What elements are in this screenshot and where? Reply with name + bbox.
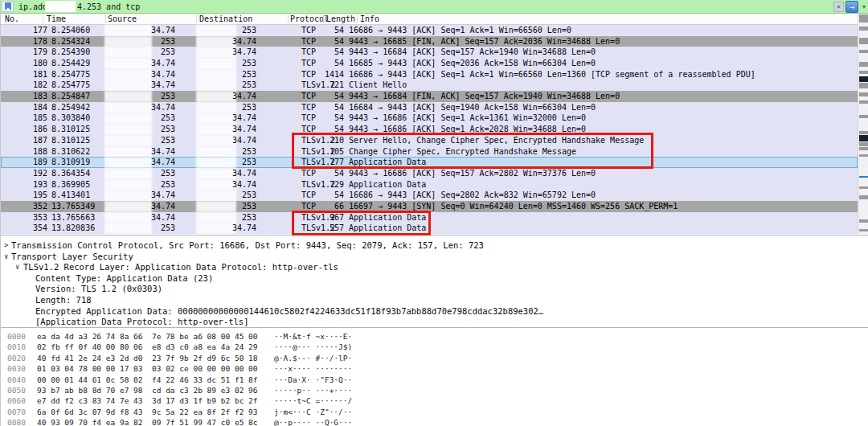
- column-separator[interactable]: [288, 14, 289, 23]
- packet-source: 34.74: [129, 146, 175, 158]
- packet-source: 253: [129, 135, 175, 146]
- column-separator[interactable]: [105, 14, 106, 23]
- packet-row-179[interactable]: 1798.25439025334.74TCP549443 → 16684 [AC…: [1, 47, 858, 58]
- packet-row-182[interactable]: 1828.25477534.74253TLSv1.2721Client Hell…: [1, 80, 858, 91]
- packet-time: 8.369905: [51, 179, 90, 190]
- hex-offset: 0020: [7, 353, 26, 363]
- packet-destination: 34.74: [211, 179, 256, 190]
- detail-line[interactable]: Length: 718: [1, 294, 868, 305]
- column-header-source[interactable]: Source: [108, 14, 137, 24]
- packet-destination: 253: [211, 157, 256, 168]
- packet-destination: 253: [211, 212, 256, 223]
- detail-line[interactable]: [Application Data Protocol: http-over-tl…: [1, 316, 868, 327]
- hex-row-0010[interactable]: 001002 fb ff 0f 40 00 80 06 e8 d3 c0 a8 …: [1, 342, 868, 352]
- annotation-box-tls-handshake: [292, 133, 653, 169]
- packet-no: 353: [15, 212, 47, 223]
- packet-row-177[interactable]: 1778.25406034.74253TCP5416686 → 9443 [AC…: [1, 25, 858, 36]
- detail-text: Transport Layer Security: [11, 251, 133, 262]
- hex-row-0060[interactable]: 0060e7 dd f2 c3 83 74 7e 43 3d 17 d3 1f …: [1, 395, 868, 406]
- packet-row-181[interactable]: 1818.25477534.74253TCP141416686 → 9443 […: [1, 69, 858, 80]
- hex-row-0080[interactable]: 008040 93 09 70 f4 ea 9a 82 09 7f 51 99 …: [1, 417, 868, 426]
- display-filter-bar[interactable]: ip.addr eq 4.253 and tcp ✕ → ▾: [1, 0, 868, 14]
- packet-destination: 34.74: [211, 223, 256, 234]
- column-separator[interactable]: [357, 14, 358, 23]
- detail-line[interactable]: Content Type: Application Data (23): [1, 272, 868, 284]
- packet-time: 8.303840: [51, 113, 90, 124]
- hex-offset: 0010: [7, 342, 26, 352]
- packet-destination: 34.74: [211, 47, 256, 58]
- packet-row-193[interactable]: 1938.36990525334.74TLSv1.2729Application…: [1, 179, 858, 190]
- hex-row-0000[interactable]: 0000ea da 4d a3 26 74 8a 66 7e 78 be a6 …: [1, 331, 868, 342]
- hex-row-0020[interactable]: 002040 fd 41 2e 24 e3 2d d0 23 7f 9b 2f …: [1, 353, 868, 363]
- collapsed-arrow-icon[interactable]: >: [4, 240, 8, 251]
- hex-offset: 0040: [7, 375, 26, 385]
- packet-row-183[interactable]: 1838.25484725334.74TCP549443 → 16684 [FI…: [1, 91, 858, 102]
- packet-no: 180: [15, 58, 47, 69]
- packet-destination: 253: [211, 201, 256, 212]
- scrollbar-mark: [859, 27, 868, 31]
- packet-row-192[interactable]: 1928.36435425334.74TCP549443 → 16686 [AC…: [1, 168, 858, 179]
- hex-row-0050[interactable]: 005093 b7 ab b8 8d 70 e7 98 cd da c3 2b …: [1, 385, 868, 395]
- packet-row-184[interactable]: 1848.25494234.74253TCP5416684 → 9443 [AC…: [1, 102, 858, 113]
- detail-line[interactable]: ∨TLSv1.2 Record Layer: Application Data …: [1, 261, 868, 272]
- hex-row-0030[interactable]: 003001 03 04 78 00 00 17 03 03 02 ce 00 …: [1, 363, 868, 374]
- packet-time: 8.310125: [51, 124, 90, 135]
- packet-info: 16686 → 9443 [ACK] Seq=2802 Ack=832 Win=…: [349, 190, 596, 201]
- filter-bookmark-button[interactable]: [2, 1, 14, 12]
- display-filter-input-suffix[interactable]: 4.253 and tcp: [77, 1, 140, 13]
- column-header-length[interactable]: Length: [326, 14, 355, 24]
- packet-row-195[interactable]: 1958.41340134.74253TCP5416686 → 9443 [AC…: [1, 190, 858, 201]
- filter-dropdown-arrow-icon[interactable]: ▾: [860, 2, 868, 11]
- packet-source: 34.74: [129, 157, 175, 168]
- scrollbar-mark: [859, 229, 868, 231]
- column-header-info[interactable]: Info: [360, 14, 379, 24]
- packet-destination: 34.74: [211, 124, 256, 135]
- hex-bytes: ea da 4d a3 26 74 8a 66 7e 78 be a6 08 0…: [37, 331, 258, 342]
- expanded-arrow-icon[interactable]: ∨: [15, 261, 19, 272]
- packet-row-185[interactable]: 1858.30384025334.74TCP549443 → 16686 [AC…: [1, 113, 858, 124]
- column-header-no[interactable]: No.: [5, 14, 19, 24]
- packet-no: 185: [15, 113, 47, 124]
- packet-info: Application Data: [349, 179, 426, 190]
- detail-line[interactable]: >Transmission Control Protocol, Src Port…: [1, 240, 868, 251]
- clear-filter-button[interactable]: ✕: [833, 2, 844, 12]
- packet-no: 186: [15, 124, 47, 135]
- scrollbar-mark: [859, 92, 868, 96]
- detail-line[interactable]: Encrypted Application Data: 000000000000…: [1, 305, 868, 317]
- packet-list[interactable]: 1778.25406034.74253TCP5416686 → 9443 [AC…: [1, 25, 858, 234]
- hex-row-0070[interactable]: 00706a 0f 6d 3c 07 9d f8 43 9c 5a 22 ea …: [1, 407, 868, 417]
- packet-list-header[interactable]: No.TimeSourceDestinationProtocolLengthIn…: [1, 14, 868, 25]
- column-header-destination[interactable]: Destination: [199, 14, 252, 24]
- column-separator[interactable]: [196, 14, 197, 23]
- packet-list-scrollbar[interactable]: [858, 14, 868, 234]
- packet-no: 354: [15, 223, 47, 234]
- scrollbar-mark: [859, 50, 868, 53]
- detail-text: [Application Data Protocol: http-over-tl…: [35, 316, 249, 327]
- scrollbar-mark: [859, 38, 868, 44]
- detail-line[interactable]: Version: TLS 1.2 (0x0303): [1, 283, 868, 294]
- hex-bytes: 40 fd 41 2e 24 e3 2d d0 23 7f 9b 2f d9 6…: [37, 353, 258, 363]
- hex-dump-pane[interactable]: 0000ea da 4d a3 26 74 8a 66 7e 78 be a6 …: [1, 327, 868, 426]
- column-separator[interactable]: [323, 14, 324, 23]
- column-separator[interactable]: [43, 14, 43, 23]
- packet-info: 9443 → 16686 [ACK] Seq=157 Ack=2802 Win=…: [349, 168, 596, 179]
- apply-filter-button[interactable]: →: [845, 1, 858, 13]
- hex-ascii: @·A.$·-· #··/·lP·: [274, 353, 352, 363]
- packet-source: 34.74: [129, 102, 175, 113]
- column-header-time[interactable]: Time: [47, 14, 66, 24]
- hex-ascii: ··M·&t·f ~x····E·: [274, 331, 352, 342]
- packet-source: 253: [129, 223, 175, 234]
- packet-info: 16685 → 9443 [ACK] Seq=2036 Ack=158 Win=…: [349, 58, 596, 69]
- packet-destination: 253: [211, 102, 256, 113]
- hex-bytes: 40 93 09 70 f4 ea 9a 82 09 7f 51 99 47 c…: [37, 417, 258, 426]
- packet-destination: 253: [211, 69, 256, 80]
- packet-row-180[interactable]: 1808.25442934.74253TCP5416685 → 9443 [AC…: [1, 58, 858, 69]
- detail-line[interactable]: ∨Transport Layer Security: [1, 251, 868, 262]
- packet-destination: 253: [211, 146, 256, 158]
- expanded-arrow-icon[interactable]: ∨: [4, 251, 8, 262]
- packet-details-pane[interactable]: >Transmission Control Protocol, Src Port…: [1, 235, 868, 326]
- packet-row-178[interactable]: 1788.25432425334.74TCP549443 → 16685 [FI…: [1, 36, 858, 47]
- hex-row-0040[interactable]: 004000 00 01 44 61 0c 58 02 f4 22 46 33 …: [1, 375, 868, 385]
- scrollbar-mark: [859, 76, 868, 82]
- scrollbar-mark: [859, 14, 868, 23]
